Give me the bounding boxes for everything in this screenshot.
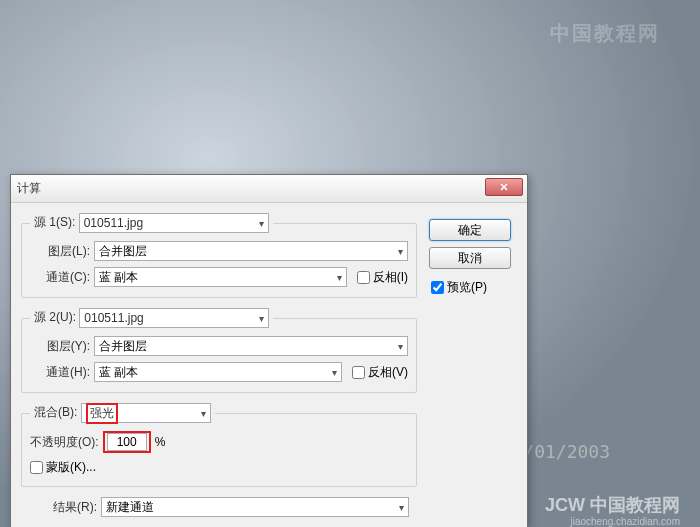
source2-legend: 源 2(U): 010511.jpg	[30, 308, 273, 328]
source1-label: 源 1(S):	[34, 215, 75, 229]
blend-legend: 混合(B): 强光	[30, 403, 215, 423]
calculations-dialog: 计算 源 1(S): 010511.jpg 图层(L): 合并图层 通道(C):…	[10, 174, 528, 527]
close-icon	[500, 183, 508, 191]
source2-invert-checkbox[interactable]	[352, 366, 365, 379]
result-label: 结果(R):	[29, 499, 97, 516]
preview-checkbox[interactable]	[431, 281, 444, 294]
source1-channel-select[interactable]: 蓝 副本	[94, 267, 347, 287]
source1-invert-checkbox[interactable]	[357, 271, 370, 284]
watermark-url: jiaocheng.chazidian.com	[570, 516, 680, 527]
preview-label: 预览(P)	[447, 279, 487, 296]
source1-layer-label: 图层(L):	[30, 243, 90, 260]
source1-channel-label: 通道(C):	[30, 269, 90, 286]
source1-legend: 源 1(S): 010511.jpg	[30, 213, 273, 233]
source2-channel-select[interactable]: 蓝 副本	[94, 362, 342, 382]
blend-label: 混合(B):	[34, 405, 77, 419]
source1-invert-label: 反相(I)	[373, 269, 408, 286]
percent-label: %	[155, 435, 166, 449]
mask-checkbox[interactable]	[30, 461, 43, 474]
source1-invert[interactable]: 反相(I)	[357, 269, 408, 286]
close-button[interactable]	[485, 178, 523, 196]
source2-invert[interactable]: 反相(V)	[352, 364, 408, 381]
source2-invert-label: 反相(V)	[368, 364, 408, 381]
source1-group: 源 1(S): 010511.jpg 图层(L): 合并图层 通道(C): 蓝 …	[21, 213, 417, 298]
mask-option[interactable]: 蒙版(K)...	[30, 459, 96, 476]
source1-file-select[interactable]: 010511.jpg	[79, 213, 269, 233]
source2-layer-select[interactable]: 合并图层	[94, 336, 408, 356]
mask-label: 蒙版(K)...	[46, 459, 96, 476]
watermark-top: 中国教程网	[550, 20, 660, 47]
blend-group: 混合(B): 强光 不透明度(O): % 蒙版(K)...	[21, 403, 417, 487]
blend-mode-select[interactable]: 强光	[81, 403, 211, 423]
watermark-bottom: JCW 中国教程网	[545, 493, 680, 517]
opacity-input[interactable]	[107, 433, 147, 451]
cancel-button[interactable]: 取消	[429, 247, 511, 269]
source2-layer-label: 图层(Y):	[30, 338, 90, 355]
source2-label: 源 2(U):	[34, 310, 76, 324]
opacity-label: 不透明度(O):	[30, 434, 99, 451]
opacity-highlight	[103, 431, 151, 453]
result-select[interactable]: 新建通道	[101, 497, 409, 517]
source1-layer-select[interactable]: 合并图层	[94, 241, 408, 261]
source2-group: 源 2(U): 010511.jpg 图层(Y): 合并图层 通道(H): 蓝 …	[21, 308, 417, 393]
dialog-title: 计算	[17, 180, 41, 197]
preview-option[interactable]: 预览(P)	[431, 279, 517, 296]
source2-file-select[interactable]: 010511.jpg	[79, 308, 269, 328]
ok-button[interactable]: 确定	[429, 219, 511, 241]
source2-channel-label: 通道(H):	[30, 364, 90, 381]
blend-mode-value: 强光	[86, 403, 118, 424]
titlebar[interactable]: 计算	[11, 175, 527, 203]
